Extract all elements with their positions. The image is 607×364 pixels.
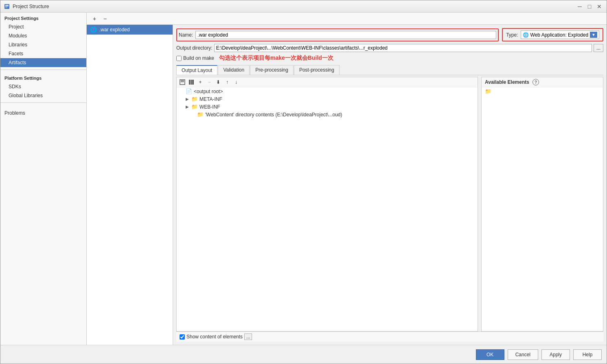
meta-inf-label: META-INF — [199, 96, 222, 102]
tab-post-processing[interactable]: Post-processing — [294, 65, 340, 75]
sidebar: Project Settings Project Modules Librari… — [0, 13, 87, 345]
output-root-icon: 📄 — [186, 88, 192, 94]
tree-move-down-btn[interactable]: ⬇ — [214, 78, 222, 86]
type-section: Type: 🌐 Web Application: Exploded ▼ — [502, 28, 603, 41]
show-content-checkbox[interactable] — [180, 334, 185, 340]
more-options-button[interactable]: ... — [244, 333, 252, 340]
close-button[interactable]: ✕ — [595, 2, 603, 11]
svg-rect-7 — [189, 80, 190, 85]
tree-item-web-inf[interactable]: ▶ 📁 WEB-INF — [177, 103, 478, 111]
main-content: Project Settings Project Modules Librari… — [0, 13, 607, 345]
tree-toolbar: + − ⬇ ↑ ↓ — [177, 77, 478, 87]
cancel-button[interactable]: Cancel — [508, 349, 538, 360]
type-select-wrapper: 🌐 Web Application: Exploded ▼ — [521, 31, 599, 39]
output-dir-input[interactable] — [214, 44, 592, 52]
output-root-label: <output root> — [194, 89, 223, 94]
sidebar-divider — [0, 70, 86, 70]
arrow-icon: ▶ — [186, 97, 191, 101]
webcontent-label: 'WebContent' directory contents (E:\Deve… — [205, 112, 342, 118]
name-input[interactable] — [195, 31, 496, 39]
project-settings-header: Project Settings — [0, 13, 86, 22]
add-artifact-button[interactable]: + — [90, 14, 99, 23]
project-structure-window: Project Structure ─ □ ✕ Project Settings… — [0, 0, 607, 364]
type-label: Type: — [506, 32, 518, 38]
name-type-row: Name: Type: 🌐 Web Application: Exploded … — [176, 28, 603, 41]
title-bar: Project Structure ─ □ ✕ — [0, 0, 607, 13]
sidebar-item-libraries[interactable]: Libraries — [0, 40, 86, 49]
tree-add-btn[interactable]: + — [196, 78, 204, 86]
artifact-item-war-exploded[interactable]: 🌐 .war exploded — [87, 25, 173, 35]
available-item-icon: 📁 — [485, 88, 491, 94]
build-on-make-checkbox[interactable] — [176, 56, 182, 61]
bottom-bar: OK Cancel Apply Help — [0, 345, 607, 364]
tree-move-up-btn[interactable]: ↑ — [223, 78, 231, 86]
svg-rect-8 — [191, 80, 192, 85]
tree-item-meta-inf[interactable]: ▶ 📁 META-INF — [177, 95, 478, 103]
available-elements-header: Available Elements ? — [482, 77, 603, 87]
svg-rect-6 — [181, 82, 184, 82]
available-item-folder[interactable]: 📁 — [482, 87, 603, 95]
build-on-make-label: Build on make — [183, 55, 214, 61]
tree-remove-btn[interactable]: − — [205, 78, 213, 86]
available-elements-label: Available Elements — [485, 79, 529, 85]
artifact-split: 🌐 .war exploded Name: — [87, 25, 607, 345]
minimize-button[interactable]: ─ — [576, 2, 584, 11]
window-title: Project Structure — [13, 4, 576, 9]
sidebar-item-modules[interactable]: Modules — [0, 31, 86, 40]
detail-container: Name: Type: 🌐 Web Application: Exploded … — [173, 25, 607, 345]
annotation-text: 勾选这个表示项目每make一次就会Build一次 — [219, 54, 333, 62]
maximize-button[interactable]: □ — [585, 2, 594, 11]
available-elements-content: 📁 — [482, 87, 603, 331]
name-section: Name: — [176, 28, 499, 41]
ok-button[interactable]: OK — [476, 349, 504, 360]
type-value: Web Application: Exploded — [530, 32, 589, 38]
tabs-bar: Output Layout Validation Pre-processing … — [176, 65, 603, 75]
svg-rect-1 — [5, 5, 9, 6]
output-layout-area: + − ⬇ ↑ ↓ 📄 <output roo — [176, 77, 603, 331]
svg-rect-2 — [5, 6, 9, 7]
sidebar-item-facets[interactable]: Facets — [0, 49, 86, 58]
platform-settings-header: Platform Settings — [0, 72, 86, 82]
sidebar-bottom: Problems — [0, 109, 86, 118]
web-inf-label: WEB-INF — [199, 104, 220, 110]
type-icon: 🌐 — [523, 32, 529, 38]
sidebar-item-project[interactable]: Project — [0, 22, 86, 31]
artifact-icon: 🌐 — [90, 26, 97, 33]
output-dir-row: Output directory: ... — [176, 44, 603, 52]
svg-rect-3 — [5, 7, 7, 7]
arrow-icon: ▶ — [186, 105, 191, 109]
build-on-make-row: Build on make 勾选这个表示项目每make一次就会Build一次 — [176, 54, 603, 62]
tree-item-webcontent[interactable]: 📁 'WebContent' directory contents (E:\De… — [177, 111, 478, 118]
output-dir-label: Output directory: — [176, 45, 213, 51]
tree-item-output-root[interactable]: 📄 <output root> — [177, 87, 478, 95]
web-inf-icon: 📁 — [191, 104, 198, 110]
tree-move-down2-btn[interactable]: ↓ — [232, 78, 240, 86]
type-dropdown-button[interactable]: ▼ — [590, 32, 597, 38]
help-icon[interactable]: ? — [532, 79, 539, 85]
tree-columns-btn[interactable] — [187, 78, 195, 86]
remove-artifact-button[interactable]: − — [101, 14, 110, 23]
available-elements-panel: Available Elements ? 📁 — [481, 77, 603, 331]
tree-show-btn[interactable] — [178, 78, 186, 86]
browse-button[interactable]: ... — [594, 44, 603, 52]
svg-rect-9 — [192, 80, 194, 85]
apply-button[interactable]: Apply — [541, 349, 570, 360]
webcontent-icon: 📁 — [197, 111, 204, 118]
artifact-toolbar: + − — [87, 13, 607, 25]
name-label: Name: — [179, 32, 193, 38]
sidebar-item-artifacts[interactable]: Artifacts — [0, 58, 86, 67]
window-controls: ─ □ ✕ — [576, 2, 603, 11]
tab-output-layout[interactable]: Output Layout — [176, 65, 217, 75]
show-content-row: Show content of elements ... — [176, 331, 603, 342]
sidebar-item-sdks[interactable]: SDKs — [0, 82, 86, 91]
meta-inf-icon: 📁 — [191, 96, 198, 102]
artifact-item-label: .war exploded — [99, 27, 130, 33]
tab-pre-processing[interactable]: Pre-processing — [250, 65, 294, 75]
sidebar-item-problems[interactable]: Problems — [0, 109, 86, 118]
sidebar-item-global-libraries[interactable]: Global Libraries — [0, 91, 86, 100]
tab-validation[interactable]: Validation — [218, 65, 250, 75]
help-button[interactable]: Help — [573, 349, 602, 360]
right-panel: + − 🌐 .war exploded — [87, 13, 607, 345]
window-icon — [4, 3, 10, 10]
show-content-label: Show content of elements — [186, 334, 243, 340]
